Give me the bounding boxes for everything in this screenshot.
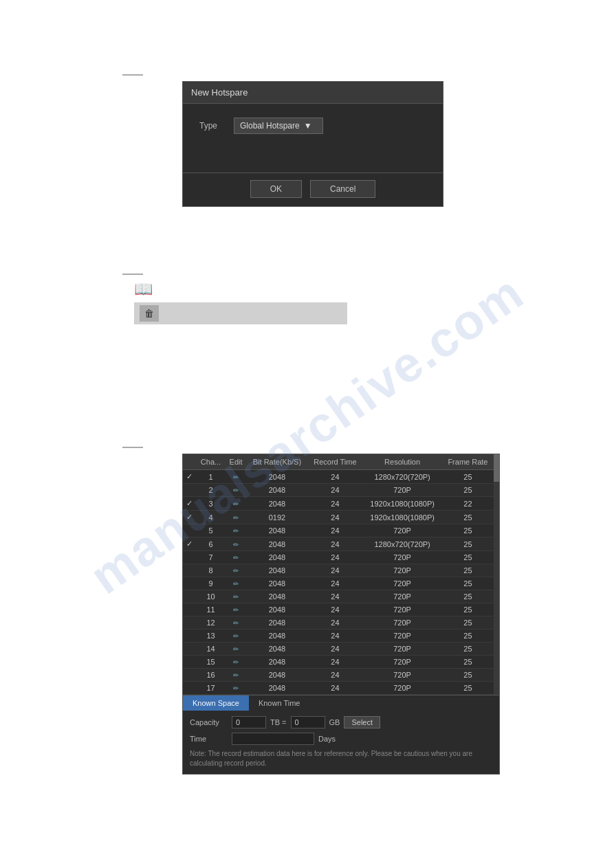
row-edit[interactable]: ✏ bbox=[226, 577, 247, 590]
row-resolution: 720P bbox=[362, 603, 441, 616]
row-edit[interactable]: ✏ bbox=[226, 470, 247, 484]
row-bitrate: 0192 bbox=[246, 511, 307, 524]
edit-icon[interactable]: ✏ bbox=[233, 541, 239, 548]
row-rectime: 24 bbox=[307, 577, 362, 590]
type-select[interactable]: Global Hotspare ▼ bbox=[234, 118, 323, 134]
row-channel: 16 bbox=[196, 669, 225, 682]
col-rectime: Record Time bbox=[307, 454, 362, 470]
row-edit[interactable]: ✏ bbox=[226, 603, 247, 616]
note-text: Note: The record estimation data here is… bbox=[190, 749, 492, 768]
edit-icon[interactable]: ✏ bbox=[233, 685, 239, 692]
row-check bbox=[183, 564, 196, 577]
time-input[interactable] bbox=[232, 733, 314, 745]
row-resolution: 720P bbox=[362, 577, 441, 590]
table-row: 16✏204824720P25 bbox=[183, 669, 499, 682]
row-fps: 25 bbox=[442, 616, 494, 630]
new-hotspare-dialog: New Hotspare Type Global Hotspare ▼ OK C… bbox=[182, 81, 443, 207]
row-edit[interactable]: ✏ bbox=[226, 656, 247, 669]
edit-icon[interactable]: ✏ bbox=[233, 500, 239, 508]
row-rectime: 24 bbox=[307, 484, 362, 497]
row-edit[interactable]: ✏ bbox=[226, 537, 247, 551]
row-edit[interactable]: ✏ bbox=[226, 551, 247, 564]
row-edit[interactable]: ✏ bbox=[226, 497, 247, 511]
row-fps: 25 bbox=[442, 630, 494, 643]
edit-icon[interactable]: ✏ bbox=[233, 554, 239, 561]
row-rectime: 24 bbox=[307, 656, 362, 669]
row-rectime: 24 bbox=[307, 551, 362, 564]
tb-input[interactable] bbox=[291, 716, 325, 728]
row-fps: 25 bbox=[442, 682, 494, 695]
select-button[interactable]: Select bbox=[344, 716, 380, 728]
row-check bbox=[183, 616, 196, 630]
col-resolution: Resolution bbox=[362, 454, 441, 470]
row-rectime: 24 bbox=[307, 616, 362, 630]
row-channel: 17 bbox=[196, 682, 225, 695]
row-edit[interactable]: ✏ bbox=[226, 630, 247, 643]
row-check bbox=[183, 484, 196, 497]
trash-button[interactable]: 🗑 bbox=[140, 305, 159, 322]
row-edit[interactable]: ✏ bbox=[226, 643, 247, 656]
scrollbar-thumb[interactable] bbox=[494, 454, 499, 482]
table-row: 12✏204824720P25 bbox=[183, 616, 499, 630]
row-channel: 11 bbox=[196, 603, 225, 616]
dropdown-arrow-icon: ▼ bbox=[304, 121, 312, 131]
table-row: 15✏204824720P25 bbox=[183, 656, 499, 669]
cancel-button[interactable]: Cancel bbox=[310, 180, 375, 198]
table-row: 14✏204824720P25 bbox=[183, 643, 499, 656]
row-check bbox=[183, 630, 196, 643]
edit-icon[interactable]: ✏ bbox=[233, 580, 239, 588]
edit-icon[interactable]: ✏ bbox=[233, 474, 239, 481]
row-edit[interactable]: ✏ bbox=[226, 616, 247, 630]
row-channel: 2 bbox=[196, 484, 225, 497]
edit-icon[interactable]: ✏ bbox=[233, 645, 239, 653]
tab-known-space[interactable]: Known Space bbox=[183, 695, 249, 711]
row-check bbox=[183, 551, 196, 564]
row-bitrate: 2048 bbox=[246, 669, 307, 682]
delete-bar: 🗑 bbox=[134, 302, 347, 324]
col-check bbox=[183, 454, 196, 470]
row-channel: 7 bbox=[196, 551, 225, 564]
row-check: ✓ bbox=[183, 537, 196, 551]
row-fps: 25 bbox=[442, 577, 494, 590]
edit-icon[interactable]: ✏ bbox=[233, 567, 239, 575]
row-check bbox=[183, 656, 196, 669]
row-bitrate: 2048 bbox=[246, 524, 307, 537]
edit-icon[interactable]: ✏ bbox=[233, 606, 239, 614]
row-edit[interactable]: ✏ bbox=[226, 511, 247, 524]
row-bitrate: 2048 bbox=[246, 484, 307, 497]
row-edit[interactable]: ✏ bbox=[226, 524, 247, 537]
ok-button[interactable]: OK bbox=[250, 180, 302, 198]
row-bitrate: 2048 bbox=[246, 682, 307, 695]
row-edit[interactable]: ✏ bbox=[226, 590, 247, 603]
gb-label: GB bbox=[329, 718, 340, 726]
scrollbar-track[interactable] bbox=[494, 454, 499, 695]
row-bitrate: 2048 bbox=[246, 537, 307, 551]
row-edit[interactable]: ✏ bbox=[226, 484, 247, 497]
edit-icon[interactable]: ✏ bbox=[233, 658, 239, 666]
edit-icon[interactable]: ✏ bbox=[233, 619, 239, 627]
row-resolution: 720P bbox=[362, 590, 441, 603]
edit-icon[interactable]: ✏ bbox=[233, 527, 239, 535]
edit-icon[interactable]: ✏ bbox=[233, 671, 239, 679]
row-channel: 12 bbox=[196, 616, 225, 630]
row-bitrate: 2048 bbox=[246, 630, 307, 643]
row-edit[interactable]: ✏ bbox=[226, 669, 247, 682]
edit-icon[interactable]: ✏ bbox=[233, 487, 239, 494]
type-value: Global Hotspare bbox=[240, 121, 300, 131]
capacity-input[interactable] bbox=[232, 716, 266, 728]
row-edit[interactable]: ✏ bbox=[226, 564, 247, 577]
edit-icon[interactable]: ✏ bbox=[233, 632, 239, 640]
divider-line-1 bbox=[122, 74, 143, 76]
record-table: Cha... Edit Bit Rate(Kb/S) Record Time R… bbox=[183, 454, 499, 695]
edit-icon[interactable]: ✏ bbox=[233, 593, 239, 601]
row-check bbox=[183, 603, 196, 616]
tab-known-time[interactable]: Known Time bbox=[249, 695, 310, 711]
table-header-row: Cha... Edit Bit Rate(Kb/S) Record Time R… bbox=[183, 454, 499, 470]
row-resolution: 720P bbox=[362, 669, 441, 682]
row-rectime: 24 bbox=[307, 643, 362, 656]
row-resolution: 1280x720(720P) bbox=[362, 470, 441, 484]
edit-icon[interactable]: ✏ bbox=[233, 514, 239, 522]
row-edit[interactable]: ✏ bbox=[226, 682, 247, 695]
row-check bbox=[183, 669, 196, 682]
table-row: 11✏204824720P25 bbox=[183, 603, 499, 616]
